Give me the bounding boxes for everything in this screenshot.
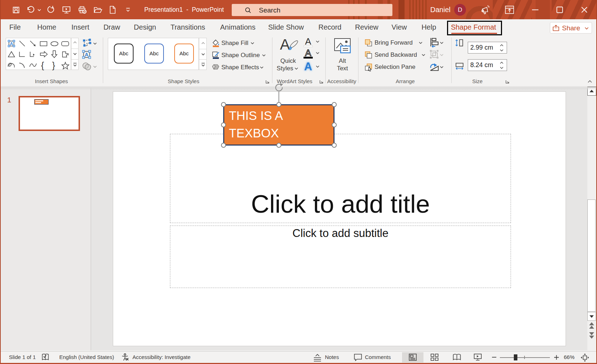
svg-text:A: A	[305, 47, 311, 57]
svg-text:A: A	[10, 41, 13, 46]
svg-text:A: A	[85, 52, 88, 57]
